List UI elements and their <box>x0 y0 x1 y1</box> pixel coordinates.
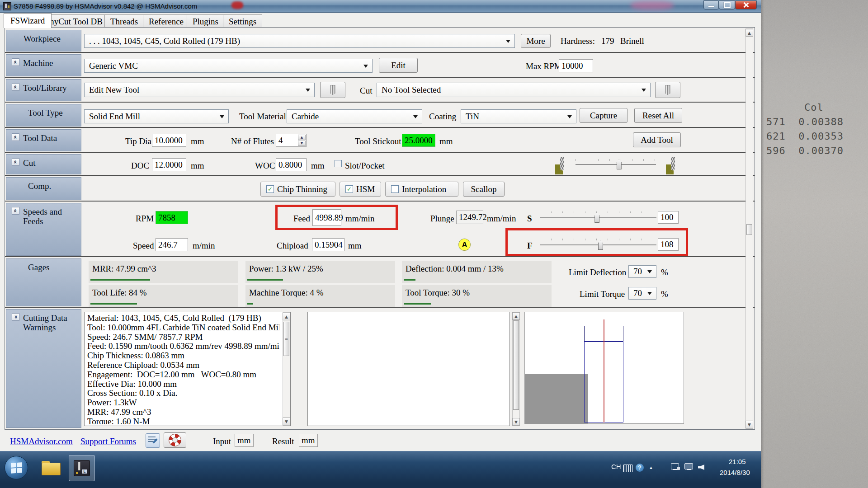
cut-tool-dropdown[interactable]: No Tool Selected <box>377 83 651 97</box>
collapse-cut-icon[interactable]: « <box>12 158 19 166</box>
hsm-toggle[interactable]: ✓ HSM <box>340 182 381 197</box>
limit-deflection-label: Limit Deflection <box>569 267 626 277</box>
help-tray-icon[interactable]: ? <box>636 464 644 472</box>
scrollbar-thumb[interactable] <box>746 224 752 235</box>
stepper-up-icon[interactable]: ▲ <box>298 135 306 140</box>
chip-thinning-toggle[interactable]: ✓ Chip Thinning <box>260 182 335 197</box>
sidebar-speeds: « Speeds and Feeds <box>6 203 81 256</box>
warnings-scrollbar[interactable]: ▲ ≡ ▼ <box>283 312 290 426</box>
minimize-button[interactable] <box>703 0 719 9</box>
s-slider[interactable] <box>540 211 656 222</box>
tool-library-dropdown[interactable]: Edit New Tool <box>84 83 315 97</box>
gage-bar <box>404 303 431 305</box>
machine-dropdown[interactable]: Generic VMC <box>84 59 373 73</box>
tab-settings[interactable]: Settings <box>223 14 262 28</box>
interpolation-toggle[interactable]: ✓ Interpolation <box>385 182 458 197</box>
sidebar-warnings: « Cutting Data Warnings <box>6 309 81 428</box>
folder-icon <box>42 461 61 475</box>
display-icon[interactable] <box>684 463 693 471</box>
scroll-down-icon[interactable]: ▼ <box>745 421 753 428</box>
max-rpm-input[interactable]: 10000 <box>559 59 593 72</box>
scroll-up-icon[interactable]: ▲ <box>512 312 520 320</box>
start-button[interactable] <box>5 456 28 479</box>
more-button[interactable]: More <box>521 34 551 48</box>
woc-input[interactable]: 0.8000 <box>276 158 307 171</box>
titlebar-pink-smudge <box>631 1 674 10</box>
limit-torque-dropdown[interactable]: 70 <box>628 287 656 300</box>
plunge-input[interactable]: 1249.72 <box>456 211 483 224</box>
scroll-down-icon[interactable]: ▼ <box>283 418 290 425</box>
cutting-data-textbox[interactable]: Material: 1043, 1045, C45, Cold Rolled (… <box>84 312 291 426</box>
collapse-warnings-icon[interactable]: « <box>12 313 19 321</box>
tray-expand-icon[interactable]: ▴ <box>648 464 654 471</box>
sidebar-machine: « Machine <box>6 54 81 76</box>
reset-all-button[interactable]: Reset All <box>634 108 682 123</box>
stickout-input[interactable]: 25.0000 <box>402 134 435 147</box>
tool-material-dropdown[interactable]: Carbide <box>287 109 422 123</box>
chipload-input[interactable]: 0.15904 <box>312 238 344 251</box>
flutes-stepper[interactable]: 4 ▲ ▼ <box>276 134 307 147</box>
network-icon[interactable] <box>671 463 680 471</box>
tip-dia-label: Tip Dia <box>125 136 151 146</box>
collapse-tool-data-icon[interactable]: « <box>12 133 19 141</box>
rpm-input[interactable]: 7858 <box>156 211 188 224</box>
sidebar-workpiece: Workpiece <box>6 30 81 52</box>
result-units-box[interactable]: mm <box>299 434 318 447</box>
tab-plugins[interactable]: Plugins <box>187 14 224 28</box>
s-value-input[interactable]: 100 <box>658 211 679 224</box>
workpiece-material-dropdown[interactable]: . . . 1043, 1045, C45, Cold Rolled (179 … <box>84 34 515 48</box>
endmill-icon <box>330 85 335 95</box>
close-button[interactable] <box>735 0 757 9</box>
collapse-machine-icon[interactable]: « <box>12 58 19 66</box>
stepper-down-icon[interactable]: ▼ <box>298 141 306 146</box>
tab-reference[interactable]: Reference <box>143 14 189 28</box>
collapse-speeds-icon[interactable]: « <box>12 207 19 215</box>
scrollbar-thumb[interactable]: ≡ <box>283 322 289 356</box>
taskbar-explorer-button[interactable] <box>39 457 63 479</box>
input-units-box[interactable]: mm <box>235 434 254 447</box>
capture-button[interactable]: Capture <box>580 108 627 123</box>
edit-machine-button[interactable]: Edit <box>379 58 418 73</box>
keyboard-icon[interactable] <box>623 465 633 472</box>
tray-clock-date[interactable]: 2014/8/30 <box>720 469 750 476</box>
add-tool-button[interactable]: Add Tool <box>633 132 681 147</box>
engagement-graphic-panel <box>524 312 684 424</box>
scroll-up-icon[interactable]: ▲ <box>745 29 753 37</box>
titlebar-red-smudge <box>231 1 243 9</box>
cut-tool-picker-button[interactable] <box>655 82 680 98</box>
scallop-button[interactable]: Scallop <box>463 182 505 197</box>
auto-chipload-badge[interactable]: A <box>458 239 471 251</box>
report-icon[interactable] <box>146 433 160 448</box>
tray-clock-time[interactable]: 21:05 <box>729 458 746 465</box>
collapse-tool-library-icon[interactable]: « <box>12 83 19 91</box>
main-scrollbar[interactable]: ▲ ▼ <box>745 28 753 429</box>
doc-input[interactable]: 12.0000 <box>152 158 186 171</box>
warnings-list-scrollbar[interactable]: ▲ ▼ <box>512 312 520 426</box>
title-bar[interactable]: S7858 F4998.89 by HSMAdvisor v0.842 @ HS… <box>0 0 761 13</box>
hsmadvisor-link[interactable]: HSMAdvisor.com <box>10 436 73 446</box>
limit-deflection-dropdown[interactable]: 70 <box>628 265 656 278</box>
scroll-down-icon[interactable]: ▼ <box>512 418 520 426</box>
tray-language-indicator[interactable]: CH <box>611 463 621 470</box>
tab-threads[interactable]: Threads <box>104 14 144 28</box>
cut-slider-thumb[interactable] <box>617 160 622 169</box>
tab-fswizard[interactable]: FSWizard <box>4 13 52 28</box>
taskbar: L CH ? ▴ 21:05 2014/8/30 <box>0 451 761 488</box>
coating-dropdown[interactable]: TiN <box>461 109 576 123</box>
speed-input[interactable]: 246.7 <box>156 238 188 251</box>
help-lifebuoy-button[interactable] <box>164 432 186 448</box>
tool-picker-button[interactable] <box>320 82 345 98</box>
tool-type-dropdown[interactable]: Solid End Mill <box>84 109 229 123</box>
taskbar-hsmadvisor-button[interactable]: L <box>69 455 95 481</box>
maximize-button[interactable] <box>719 0 735 9</box>
s-slider-thumb[interactable] <box>594 213 599 223</box>
tip-dia-input[interactable]: 10.0000 <box>152 134 186 147</box>
scroll-up-icon[interactable]: ▲ <box>283 313 290 320</box>
volume-icon[interactable] <box>698 463 706 471</box>
support-forums-link[interactable]: Support Forums <box>80 436 136 446</box>
background-photo-area: Col 571 0.00388 621 0.00353 596 0.00370 <box>761 0 868 488</box>
sidebar-gages: Gages <box>6 258 81 306</box>
scrollbar-thumb[interactable] <box>513 320 519 410</box>
slot-pocket-checkbox[interactable] <box>335 160 342 167</box>
cut-slider[interactable] <box>576 159 656 169</box>
